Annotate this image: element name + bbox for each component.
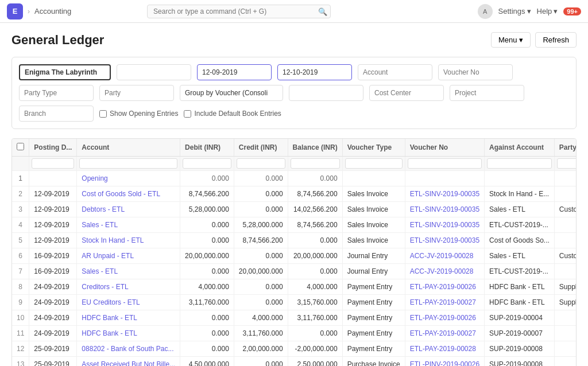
cell-credit: 0.000 — [234, 357, 288, 367]
filter-posting-date-input[interactable] — [32, 158, 74, 169]
refresh-button[interactable]: Refresh — [535, 32, 577, 48]
from-date-filter[interactable] — [197, 64, 272, 80]
cell-account[interactable]: HDFC Bank - ETL — [77, 326, 180, 341]
cell-voucher-no[interactable]: ETL-SINV-2019-00035 — [405, 202, 484, 217]
filter-credit — [234, 157, 288, 171]
filter-account — [77, 157, 180, 171]
project-filter[interactable] — [450, 85, 524, 101]
row-num-11: 12 — [12, 341, 29, 357]
filter-voucher-no-input[interactable] — [408, 158, 482, 169]
search-bar: 🔍 — [147, 5, 331, 18]
cell-voucher-type: Payment Entry — [342, 326, 405, 341]
module-label[interactable]: Accounting — [34, 7, 71, 15]
filter-voucher-type-input[interactable] — [345, 158, 403, 169]
col-voucher-no: Voucher No — [405, 139, 484, 157]
cell-voucher-no[interactable]: ETL-PAY-2019-00028 — [405, 341, 484, 357]
cell-voucher-type: Payment Entry — [342, 310, 405, 326]
filter-account-input[interactable] — [79, 158, 177, 169]
cell-account[interactable]: EU Creditors - ETL — [77, 295, 180, 310]
cell-voucher-no[interactable]: ETL-PINV-2019-00026 — [405, 357, 484, 367]
cell-account[interactable]: HDFC Bank - ETL — [77, 310, 180, 326]
filter-party-type-input[interactable] — [557, 158, 577, 169]
cell-voucher-no[interactable]: ETL-PAY-2019-00027 — [405, 326, 484, 341]
menu-button[interactable]: Menu ▾ — [491, 32, 531, 48]
row-num-10: 11 — [12, 326, 29, 341]
cell-account[interactable]: Asset Received But Not Bille... — [77, 357, 180, 367]
cell-voucher-type: Payment Entry — [342, 341, 405, 357]
filter-against-account-input[interactable] — [487, 158, 552, 169]
cell-debit: 0.000 — [180, 217, 234, 233]
cell-balance: 0.000 — [288, 326, 342, 341]
cell-voucher-no[interactable]: ETL-SINV-2019-00035 — [405, 217, 484, 233]
cell-account[interactable]: 088202 - Bank of South Pac... — [77, 341, 180, 357]
show-opening-entries-checkbox[interactable] — [99, 110, 107, 118]
filter-row-3: Show Opening Entries Include Default Boo… — [19, 106, 569, 122]
cell-voucher-no[interactable]: ACC-JV-2019-00028 — [405, 264, 484, 279]
cell-against-account: SUP-2019-00007 — [485, 326, 555, 341]
party-filter[interactable] — [99, 85, 174, 101]
cell-voucher-type: Sales Invoice — [342, 217, 405, 233]
cell-account[interactable]: Debtors - ETL — [77, 202, 180, 217]
cell-account[interactable]: Creditors - ETL — [77, 279, 180, 295]
app-logo[interactable]: E — [7, 3, 23, 20]
cell-account[interactable]: Sales - ETL — [77, 217, 180, 233]
cell-posting-date: 12-09-2019 — [29, 186, 77, 202]
cell-voucher-no[interactable]: ETL-PAY-2019-00027 — [405, 295, 484, 310]
filter-bar: Show Opening Entries Include Default Boo… — [11, 57, 577, 129]
help-button[interactable]: Help ▾ — [537, 7, 558, 15]
cell-party-type: Supplier — [554, 279, 577, 295]
breadcrumb-chevron: › — [28, 7, 30, 15]
filter-balance-input[interactable] — [291, 158, 340, 169]
col6-filter[interactable] — [289, 85, 363, 101]
cell-party-type — [554, 357, 577, 367]
cell-voucher-no[interactable]: ETL-PAY-2019-00026 — [405, 310, 484, 326]
branch-filter[interactable] — [19, 106, 94, 122]
search-input[interactable] — [147, 5, 331, 18]
cell-account[interactable]: Sales - ETL — [77, 264, 180, 279]
cell-voucher-no[interactable]: ETL-PAY-2019-00026 — [405, 279, 484, 295]
cell-party-type — [554, 326, 577, 341]
cell-account[interactable]: AR Unpaid - ETL — [77, 248, 180, 264]
row-num-0: 1 — [12, 171, 29, 186]
cell-account[interactable]: Opening — [77, 171, 180, 186]
cell-party-type — [554, 186, 577, 202]
topbar: E › Accounting 🔍 A Settings ▾ Help ▾ 99+ — [0, 0, 588, 23]
cell-balance: 20,00,000.000 — [288, 248, 342, 264]
cell-voucher-no[interactable]: ETL-SINV-2019-00035 — [405, 233, 484, 248]
table-row: 8 24-09-2019 Creditors - ETL 4,000.000 0… — [12, 279, 577, 295]
cell-party-type — [554, 217, 577, 233]
cell-voucher-no[interactable]: ETL-SINV-2019-00035 — [405, 186, 484, 202]
notification-badge[interactable]: 99+ — [563, 7, 581, 15]
voucher-no-filter[interactable] — [438, 64, 513, 80]
select-all-checkbox[interactable] — [17, 143, 24, 150]
filter-against-account — [485, 157, 555, 171]
row-num-5: 6 — [12, 248, 29, 264]
show-opening-entries-label[interactable]: Show Opening Entries — [99, 110, 178, 118]
cell-account[interactable]: Stock In Hand - ETL — [77, 233, 180, 248]
finance-book-filter[interactable] — [117, 64, 191, 80]
cost-center-filter[interactable] — [369, 85, 444, 101]
group-by-filter[interactable] — [180, 85, 283, 101]
filter-debit-input[interactable] — [183, 158, 231, 169]
cell-against-account — [485, 171, 555, 186]
include-default-book-label[interactable]: Include Default Book Entries — [184, 110, 281, 118]
table-row: 11 24-09-2019 HDFC Bank - ETL 0.000 3,11… — [12, 326, 577, 341]
ledger-table-wrap: Posting D... Account Debit (INR) Credit … — [11, 138, 577, 366]
cell-posting-date: 25-09-2019 — [29, 341, 77, 357]
include-default-book-checkbox[interactable] — [184, 110, 191, 118]
company-filter[interactable] — [19, 64, 111, 80]
settings-button[interactable]: Settings ▾ — [498, 7, 531, 15]
cell-voucher-no[interactable]: ACC-JV-2019-00028 — [405, 248, 484, 264]
party-type-filter[interactable] — [19, 85, 94, 101]
page-content: General Ledger Menu ▾ Refresh — [0, 23, 588, 366]
cell-credit: 0.000 — [234, 171, 288, 186]
filter-credit-input[interactable] — [237, 158, 285, 169]
filter-debit — [180, 157, 234, 171]
search-icon: 🔍 — [318, 7, 327, 15]
cell-account[interactable]: Cost of Goods Sold - ETL — [77, 186, 180, 202]
cell-voucher-no[interactable] — [405, 171, 484, 186]
to-date-filter[interactable] — [277, 64, 352, 80]
cell-debit: 4,50,000.000 — [180, 357, 234, 367]
account-filter[interactable] — [358, 64, 432, 80]
cell-party-type: Supplier — [554, 295, 577, 310]
